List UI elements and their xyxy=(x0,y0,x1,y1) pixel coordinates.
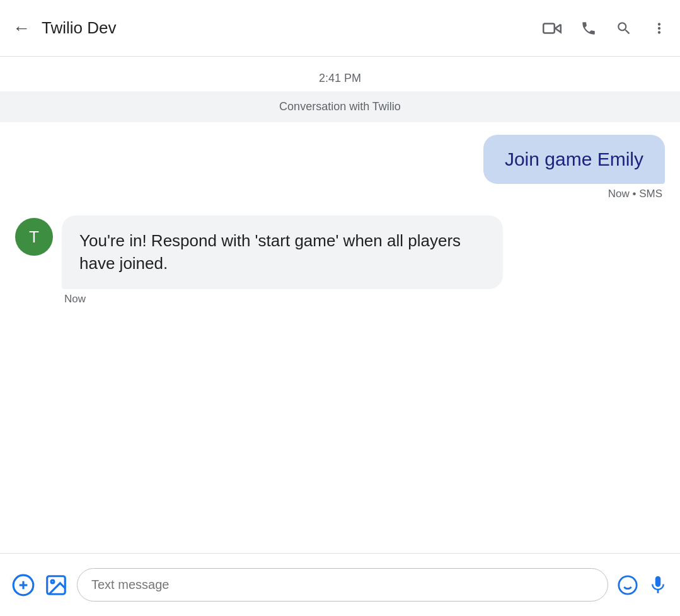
received-message-bubble: You're in! Respond with 'start game' whe… xyxy=(62,215,503,289)
sent-message-wrapper: Join game Emily Now • SMS xyxy=(15,135,665,200)
more-options-button[interactable] xyxy=(651,20,667,37)
timestamp: 2:41 PM xyxy=(0,57,680,91)
header: ← Twilio Dev xyxy=(0,0,680,57)
voice-input-button[interactable] xyxy=(647,574,669,596)
text-input-wrapper[interactable] xyxy=(77,568,608,602)
svg-point-6 xyxy=(619,576,637,593)
svg-rect-0 xyxy=(543,23,555,33)
video-call-button[interactable] xyxy=(543,19,562,38)
svg-point-5 xyxy=(51,580,54,583)
received-message-wrapper: T You're in! Respond with 'start game' w… xyxy=(15,215,665,305)
search-button[interactable] xyxy=(616,20,632,37)
avatar: T xyxy=(15,218,53,256)
header-icons xyxy=(543,19,667,38)
conversation-label: Conversation with Twilio xyxy=(0,91,680,122)
received-message-meta: Now xyxy=(62,293,503,305)
messages-container: Join game Emily Now • SMS T You're in! R… xyxy=(0,122,680,553)
phone-call-button[interactable] xyxy=(580,20,597,37)
sent-message-bubble: Join game Emily xyxy=(483,135,665,184)
media-button[interactable] xyxy=(44,573,68,597)
received-message-content: You're in! Respond with 'start game' whe… xyxy=(62,215,503,305)
chat-area: 2:41 PM Conversation with Twilio Join ga… xyxy=(0,57,680,553)
emoji-button[interactable] xyxy=(617,574,638,596)
back-button[interactable]: ← xyxy=(13,20,30,37)
add-attachment-button[interactable] xyxy=(11,573,35,597)
text-message-input[interactable] xyxy=(91,578,594,592)
input-bar xyxy=(0,553,680,616)
input-right-icons xyxy=(617,574,669,596)
page-title: Twilio Dev xyxy=(42,18,543,38)
sent-message-meta: Now • SMS xyxy=(608,188,665,200)
